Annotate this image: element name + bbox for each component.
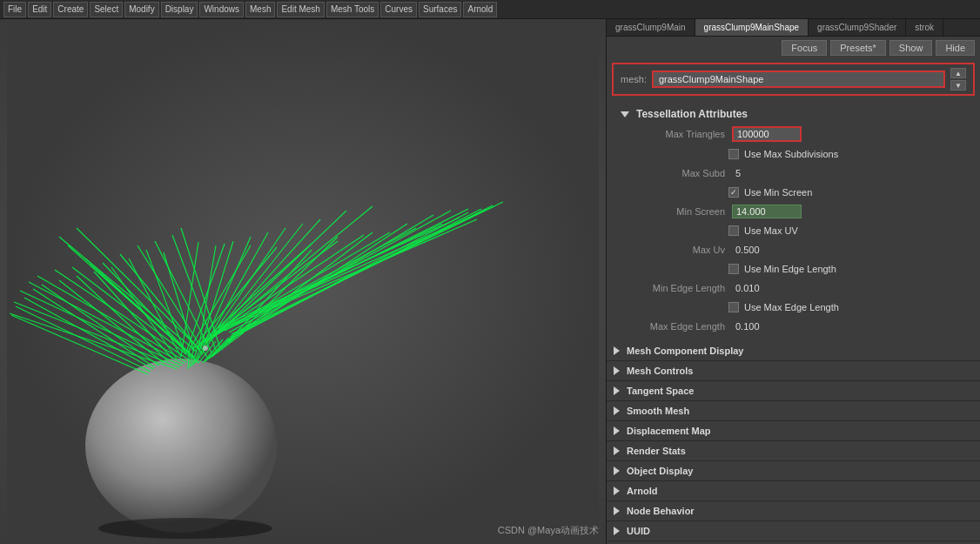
section-triangle-icon	[614, 406, 620, 415]
tab-grassclump9mainshape[interactable]: grassClump9MainShape	[695, 19, 809, 36]
section-label: Arnold	[627, 486, 657, 496]
max-edge-length-value: 0.100	[732, 321, 760, 332]
section-mesh-controls[interactable]: Mesh Controls	[607, 361, 980, 381]
tab-bar: grassClump9Main grassClump9MainShape gra…	[607, 19, 980, 37]
use-max-edge-length-checkbox[interactable]	[728, 302, 739, 312]
use-min-edge-length-row: Use Min Edge Length	[607, 259, 980, 279]
section-label: Mesh Component Display	[627, 346, 743, 356]
toolbar-edit-mesh[interactable]: Edit Mesh	[277, 2, 324, 17]
mesh-row: mesh: ▲ ▼	[612, 63, 975, 96]
section-object-display[interactable]: Object Display	[607, 461, 980, 481]
section-triangle-icon	[614, 467, 620, 475]
toolbar-surfaces[interactable]: Surfaces	[419, 2, 461, 17]
tessellation-triangle-icon	[621, 111, 629, 118]
use-max-uv-checkbox[interactable]	[728, 225, 739, 236]
max-subd-row: Max Subd 5	[607, 164, 980, 183]
toolbar-select[interactable]: Select	[90, 2, 123, 17]
toolbar-create[interactable]: Create	[53, 2, 88, 17]
min-screen-row: Min Screen	[607, 202, 980, 221]
hide-button[interactable]: Hide	[936, 40, 975, 56]
use-max-subdivisions-checkbox[interactable]	[728, 149, 739, 159]
section-triangle-icon	[614, 386, 620, 395]
mesh-icons: ▲ ▼	[950, 68, 966, 91]
main-container: CSDN @Maya动画技术 grassClump9Main grassClum…	[0, 19, 980, 544]
section-label: Render Stats	[627, 446, 686, 456]
top-toolbar: File Edit Create Select Modify Display W…	[0, 0, 980, 19]
section-render-stats[interactable]: Render Stats	[607, 441, 980, 461]
section-triangle-icon	[614, 527, 620, 535]
use-max-edge-length-row: Use Max Edge Length	[607, 298, 980, 317]
toolbar-windows[interactable]: Windows	[199, 2, 244, 17]
mesh-icon-down[interactable]: ▼	[950, 80, 966, 91]
section-triangle-icon	[614, 507, 620, 515]
toolbar-display[interactable]: Display	[161, 2, 198, 17]
toolbar-file[interactable]: File	[3, 2, 26, 17]
tessellation-header[interactable]: Tessellation Attributes	[607, 104, 980, 124]
section-triangle-icon	[614, 487, 620, 495]
use-max-uv-row: Use Max UV	[607, 221, 980, 240]
max-uv-row: Max Uv 0.500	[607, 240, 980, 259]
max-edge-length-row: Max Edge Length 0.100	[607, 317, 980, 336]
mesh-label: mesh:	[621, 74, 647, 84]
min-screen-label: Min Screen	[628, 206, 732, 217]
tessellation-label: Tessellation Attributes	[636, 108, 748, 120]
min-screen-input[interactable]	[732, 205, 802, 218]
viewport[interactable]: CSDN @Maya动画技术	[0, 19, 606, 544]
min-edge-length-row: Min Edge Length 0.010	[607, 279, 980, 298]
section-arnold[interactable]: Arnold	[607, 481, 980, 501]
panel-content[interactable]: Tessellation Attributes Max Triangles Us…	[607, 99, 980, 544]
use-min-edge-length-checkbox[interactable]	[728, 264, 739, 274]
tab-grassclump9main[interactable]: grassClump9Main	[607, 19, 695, 36]
toolbar-curves[interactable]: Curves	[380, 2, 417, 17]
viewport-svg	[0, 19, 606, 544]
section-triangle-icon	[614, 346, 620, 355]
section-node-behavior[interactable]: Node Behavior	[607, 501, 980, 521]
show-button[interactable]: Show	[889, 40, 933, 56]
toolbar-arnold[interactable]: Arnold	[463, 2, 497, 17]
section-triangle-icon	[614, 426, 620, 435]
focus-button[interactable]: Focus	[782, 40, 827, 56]
viewport-background: CSDN @Maya动画技术	[0, 19, 606, 544]
max-edge-length-label: Max Edge Length	[628, 321, 732, 332]
max-triangles-input[interactable]	[732, 126, 802, 142]
max-subd-label: Max Subd	[628, 168, 732, 178]
section-mesh-component-display[interactable]: Mesh Component Display	[607, 341, 980, 361]
section-smooth-mesh[interactable]: Smooth Mesh	[607, 401, 980, 421]
section-displacement-map[interactable]: Displacement Map	[607, 421, 980, 441]
mesh-icon-up[interactable]: ▲	[950, 68, 966, 78]
toolbar-mesh-tools[interactable]: Mesh Tools	[326, 2, 379, 17]
section-label: Displacement Map	[627, 426, 711, 436]
action-row: Focus Presets* Show Hide	[607, 37, 980, 59]
min-edge-length-label: Min Edge Length	[628, 283, 732, 293]
right-panel: grassClump9Main grassClump9MainShape gra…	[606, 19, 980, 544]
toolbar-mesh[interactable]: Mesh	[245, 2, 275, 17]
use-min-screen-checkbox[interactable]	[728, 187, 739, 198]
use-max-subdivisions-label: Use Max Subdivisions	[744, 149, 838, 159]
svg-point-78	[203, 346, 208, 351]
use-min-screen-label: Use Min Screen	[744, 187, 812, 198]
section-label: UUID	[627, 526, 650, 536]
presets-button[interactable]: Presets*	[830, 40, 886, 56]
use-max-uv-label: Use Max UV	[744, 225, 798, 236]
use-min-edge-length-label: Use Min Edge Length	[744, 264, 836, 274]
toolbar-modify[interactable]: Modify	[124, 2, 158, 17]
section-tangent-space[interactable]: Tangent Space	[607, 381, 980, 401]
mesh-value-input[interactable]	[652, 71, 945, 88]
section-triangle-icon	[614, 447, 620, 455]
max-uv-label: Max Uv	[628, 245, 732, 255]
tab-grassclump9shader[interactable]: grassClump9Shader	[809, 19, 906, 36]
max-uv-value: 0.500	[732, 245, 760, 255]
section-triangle-icon	[614, 366, 620, 375]
toolbar-edit[interactable]: Edit	[28, 2, 51, 17]
max-triangles-row: Max Triangles	[607, 124, 980, 144]
use-min-screen-row: Use Min Screen	[607, 183, 980, 202]
section-label: Tangent Space	[627, 386, 694, 396]
use-max-subdivisions-row: Use Max Subdivisions	[607, 144, 980, 164]
use-max-edge-length-label: Use Max Edge Length	[744, 302, 839, 312]
max-triangles-label: Max Triangles	[628, 129, 732, 139]
tab-strok[interactable]: strok	[906, 19, 943, 36]
max-subd-value: 5	[732, 168, 741, 178]
section-label: Smooth Mesh	[627, 406, 689, 416]
section-label: Object Display	[627, 466, 693, 476]
section-uuid[interactable]: UUID	[607, 521, 980, 541]
